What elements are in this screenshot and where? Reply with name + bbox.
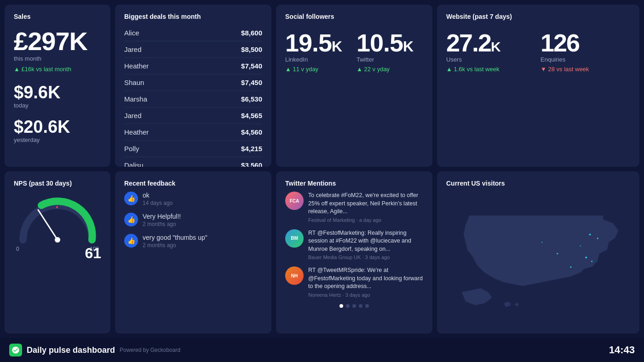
feedback-content: Very Helpful!! 2 months ago	[143, 213, 181, 227]
deal-amount: $4,560	[241, 128, 262, 136]
sales-main-value: £297K	[14, 28, 101, 54]
linkedin-value: 19.5K	[285, 30, 352, 55]
tweet-text: RT @FestofMarketing: Really inspiring se…	[308, 229, 423, 254]
linkedin-label: LinkedIn	[285, 56, 352, 63]
footer-powered: Powered by Geckoboard	[120, 347, 180, 353]
social-linkedin: 19.5K LinkedIn ▲ 11 v yday	[285, 25, 352, 73]
users-value: 27.2K	[446, 30, 536, 55]
sales-main-label: this month	[14, 55, 101, 62]
social-twitter: 10.5K Twitter ▲ 22 v yday	[356, 25, 423, 73]
svg-point-10	[591, 260, 592, 262]
svg-line-0	[57, 206, 58, 208]
tweet-avatar: FCA	[285, 192, 304, 210]
website-card: Website (past 7 days) 27.2K Users ▲ 1.6k…	[437, 5, 639, 167]
nps-min: 0	[16, 246, 19, 252]
deal-row: Jared$4,565	[124, 107, 262, 124]
svg-point-8	[541, 242, 543, 243]
deals-title: Biggest deals this month	[124, 13, 262, 20]
tweet-content: RT @TweetMRSpride: We're at @FestofMarke…	[308, 266, 423, 298]
deal-amount: $7,540	[241, 62, 262, 70]
nps-title: NPS (past 30 days)	[14, 180, 72, 187]
twitter-followers-value: 10.5K	[356, 30, 423, 55]
website-enquiries: 126 Enquiries ▼ 28 vs last week	[540, 25, 630, 73]
users-change: ▲ 1.6k vs last week	[446, 66, 536, 73]
sales-today-label: today	[14, 102, 101, 109]
deals-table: Alice$8,600Jared$8,500Heather$7,540Shaun…	[124, 25, 262, 167]
nps-gauge: 0 100	[16, 196, 99, 242]
tweet-dot-0[interactable]	[339, 304, 343, 308]
tweet-dot-3[interactable]	[359, 304, 362, 308]
enquiries-value: 126	[540, 30, 630, 55]
map-card: Current US visitors	[437, 171, 639, 334]
deal-name: Shaun	[124, 79, 144, 86]
sales-title: Sales	[14, 13, 101, 20]
footer: Daily pulse dashboard Powered by Geckobo…	[0, 338, 644, 362]
users-label: Users	[446, 56, 536, 63]
sales-yesterday-label: yesterday	[14, 136, 101, 143]
deal-name: Marsha	[124, 95, 147, 103]
footer-time: 14:43	[609, 344, 635, 356]
tweet-pagination	[285, 304, 423, 308]
tweet-item: NH RT @TweetMRSpride: We're at @FestofMa…	[285, 266, 423, 298]
social-card: Social followers 19.5K LinkedIn ▲ 11 v y…	[276, 5, 432, 167]
tweet-text: RT @TweetMRSpride: We're at @FestofMarke…	[308, 266, 423, 291]
deal-row: Polly$4,215	[124, 141, 262, 157]
deal-name: Alice	[124, 29, 139, 37]
feedback-text: ok	[143, 192, 172, 199]
tweet-avatar: BM	[285, 229, 304, 248]
us-map	[446, 192, 630, 323]
feedback-thumb-icon: 👍	[124, 234, 138, 248]
twitter-title: Twitter Mentions	[285, 180, 423, 187]
svg-point-9	[580, 245, 581, 247]
feedback-time: 2 months ago	[143, 242, 207, 249]
tweet-dot-2[interactable]	[352, 304, 356, 308]
svg-point-6	[570, 266, 571, 268]
geckoboard-logo	[9, 344, 22, 356]
enquiries-label: Enquiries	[540, 56, 630, 63]
deal-name: Jared	[124, 45, 142, 53]
feedback-list: 👍 ok 14 days ago 👍 Very Helpful!! 2 mont…	[124, 192, 262, 249]
deal-amount: $8,600	[241, 29, 262, 37]
twitter-followers-change: ▲ 22 v yday	[356, 66, 423, 73]
deal-amount: $8,500	[241, 45, 262, 53]
deal-row: Heather$7,540	[124, 58, 262, 74]
deal-name: Polly	[124, 145, 139, 153]
tweet-meta: Bauer Media Group UK · 3 days ago	[308, 255, 423, 260]
tweets-list: FCA To celebrate #FoM22, we're excited t…	[285, 192, 423, 298]
tweet-content: RT @FestofMarketing: Really inspiring se…	[308, 229, 423, 260]
sales-today-value: $9.6K	[14, 84, 101, 101]
deal-row: Alice$8,600	[124, 25, 262, 41]
feedback-item: 👍 Very Helpful!! 2 months ago	[124, 213, 262, 227]
feedback-text: Very Helpful!!	[143, 213, 181, 220]
footer-title: Daily pulse dashboard	[27, 345, 115, 355]
us-map-svg	[446, 192, 630, 323]
tweet-meta: Noreena Hertz · 3 days ago	[308, 292, 423, 298]
deal-amount: $4,215	[241, 145, 262, 153]
website-users: 27.2K Users ▲ 1.6k vs last week	[446, 25, 536, 73]
deal-name: Jared	[124, 112, 142, 119]
tweet-dot-4[interactable]	[365, 304, 369, 308]
social-title: Social followers	[285, 13, 423, 20]
nps-card: NPS (past 30 days) 0 100 61	[5, 171, 110, 334]
tweet-text: To celebrate #FoM22, we're excited to of…	[308, 192, 423, 216]
tweet-item: BM RT @FestofMarketing: Really inspiring…	[285, 229, 423, 260]
feedback-time: 14 days ago	[143, 200, 172, 206]
feedback-card: Recent feedback 👍 ok 14 days ago 👍 Very …	[115, 171, 271, 334]
sales-yesterday-value: $20.6K	[14, 118, 101, 136]
deal-row: Heather$4,560	[124, 124, 262, 141]
deal-row: Dalisu$3,560	[124, 157, 262, 167]
twitter-mentions-card: Twitter Mentions FCA To celebrate #FoM22…	[276, 171, 432, 334]
deal-amount: $3,560	[241, 161, 262, 167]
feedback-thumb-icon: 👍	[124, 213, 138, 226]
tweet-dot-1[interactable]	[346, 304, 350, 308]
deal-amount: $6,530	[241, 95, 262, 103]
svg-point-5	[585, 256, 587, 258]
deal-name: Heather	[124, 62, 149, 70]
deal-amount: $7,450	[241, 79, 262, 86]
feedback-title: Recent feedback	[124, 180, 262, 187]
tweet-meta: Festival of Marketing · a day ago	[308, 217, 423, 223]
feedback-item: 👍 very good "thumbs up" 2 months ago	[124, 234, 262, 249]
feedback-content: ok 14 days ago	[143, 192, 172, 206]
twitter-followers-label: Twitter	[356, 56, 423, 63]
svg-line-1	[38, 210, 58, 240]
